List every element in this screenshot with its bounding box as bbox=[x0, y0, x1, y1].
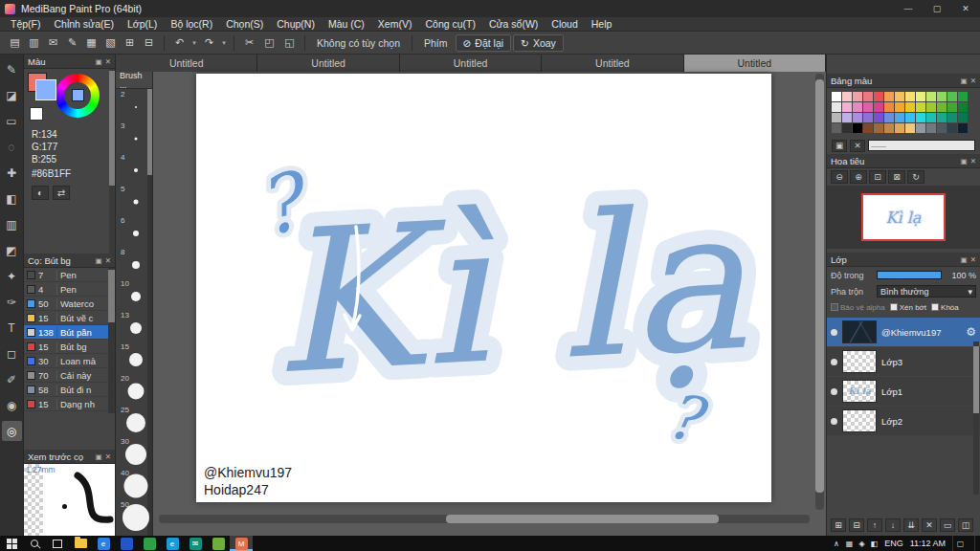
brush-size-item[interactable]: 15 bbox=[116, 342, 152, 373]
undo-icon[interactable]: ↶ bbox=[170, 34, 189, 52]
opacity-slider[interactable] bbox=[877, 271, 942, 279]
layer-row[interactable]: Lớp2 bbox=[827, 407, 980, 435]
layer-row[interactable]: Lớp3 bbox=[827, 347, 980, 376]
palette-swatch[interactable] bbox=[832, 113, 841, 122]
menu-item[interactable]: Bộ lọc(R) bbox=[164, 18, 219, 30]
palette-swatch[interactable] bbox=[958, 102, 968, 112]
tool-button[interactable]: ✑ bbox=[2, 292, 22, 312]
rotate-button[interactable]: ↻ Xoay bbox=[513, 34, 564, 52]
gear-icon[interactable]: ⚙ bbox=[966, 325, 976, 339]
toolbar-icon[interactable]: ▦ bbox=[82, 34, 100, 52]
layer-action-button[interactable]: ✕ bbox=[922, 518, 937, 532]
brush-item[interactable]: 4 Pen bbox=[24, 282, 115, 297]
palette-swatch[interactable] bbox=[958, 123, 968, 133]
panel-float-icon[interactable]: ▣ bbox=[96, 256, 102, 265]
file-explorer-button[interactable] bbox=[69, 536, 92, 551]
palette-swatch[interactable] bbox=[842, 113, 852, 122]
close-button[interactable]: ✕ bbox=[951, 0, 980, 17]
brush-size-item[interactable]: 40 bbox=[116, 468, 152, 499]
menu-item[interactable]: Tệp(F) bbox=[4, 18, 48, 30]
document-tab-active[interactable]: Untitled bbox=[684, 55, 826, 72]
palette-swatch[interactable] bbox=[895, 123, 904, 133]
palette-swatch[interactable] bbox=[874, 102, 883, 112]
brush-size-item[interactable]: 2 bbox=[116, 89, 152, 121]
palette-swatch[interactable] bbox=[884, 102, 894, 112]
blend-mode-select[interactable]: Bình thường ▾ bbox=[877, 285, 976, 298]
copy-icon[interactable]: ◰ bbox=[260, 34, 278, 52]
layer-action-button[interactable]: ⊟ bbox=[849, 518, 864, 532]
palette-swatch[interactable] bbox=[853, 102, 862, 112]
brush-item[interactable]: 7 Pen bbox=[24, 268, 115, 282]
palette-swatch[interactable] bbox=[937, 113, 947, 122]
palette-swatch[interactable] bbox=[874, 92, 883, 101]
tool-button[interactable]: ✎ bbox=[2, 59, 22, 79]
color-panel-scrollbar[interactable] bbox=[109, 69, 115, 253]
toolbar-icon[interactable]: ▥ bbox=[25, 34, 43, 52]
document-tab[interactable]: Untitled bbox=[257, 55, 399, 72]
palette-swatch[interactable] bbox=[937, 92, 947, 101]
toolbar-icon[interactable]: ▧ bbox=[101, 34, 120, 52]
menu-item[interactable]: Chụp(N) bbox=[270, 18, 322, 30]
brush-size-item[interactable]: 13 bbox=[116, 310, 152, 342]
undo-caret-icon[interactable]: ▾ bbox=[190, 39, 198, 47]
transparent-color-swatch[interactable] bbox=[30, 107, 43, 121]
palette-swatch[interactable] bbox=[874, 123, 883, 133]
menu-item[interactable]: Lớp(L) bbox=[121, 18, 164, 30]
palette-swatch[interactable] bbox=[937, 123, 947, 133]
redo-caret-icon[interactable]: ▾ bbox=[220, 39, 228, 47]
palette-swatch[interactable] bbox=[884, 113, 894, 122]
panel-close-icon[interactable]: ✕ bbox=[970, 77, 976, 85]
brush-item[interactable]: 15 Dạng nh bbox=[24, 397, 115, 411]
palette-swatch[interactable] bbox=[905, 92, 915, 101]
document-tab[interactable]: Untitled bbox=[542, 55, 683, 72]
toolbar-icon[interactable]: ⊟ bbox=[140, 34, 158, 52]
taskbar-app-button[interactable]: M bbox=[230, 536, 253, 551]
brush-item[interactable]: 50 Waterco bbox=[24, 297, 115, 311]
toolbar-icon[interactable]: ✉ bbox=[44, 34, 62, 52]
palette-swatch[interactable] bbox=[926, 113, 936, 122]
tool-button[interactable]: ◩ bbox=[2, 240, 22, 260]
palette-swatch[interactable] bbox=[863, 92, 873, 101]
palette-swatch[interactable] bbox=[947, 123, 957, 133]
brush-size-item[interactable]: 5 bbox=[116, 184, 152, 215]
menu-item[interactable]: Công cụ(T) bbox=[418, 18, 482, 30]
brush-item[interactable]: 70 Cải này bbox=[24, 368, 115, 383]
palette-swatch[interactable] bbox=[863, 123, 873, 133]
layer-action-button[interactable]: ⊞ bbox=[831, 518, 846, 532]
brush-list-scrollbar[interactable] bbox=[108, 268, 115, 413]
layer-action-button[interactable]: ▭ bbox=[940, 518, 955, 532]
visibility-icon[interactable] bbox=[831, 388, 837, 395]
tray-icon[interactable]: ◧ bbox=[871, 540, 879, 548]
taskbar-app-button[interactable] bbox=[138, 536, 161, 551]
redo-icon[interactable]: ↷ bbox=[200, 34, 218, 52]
tool-button[interactable]: ◌ bbox=[2, 137, 22, 157]
visibility-icon[interactable] bbox=[831, 329, 837, 336]
palette-swatch[interactable] bbox=[832, 123, 841, 133]
visibility-icon[interactable] bbox=[831, 359, 837, 365]
palette-swatch[interactable] bbox=[842, 102, 852, 112]
panel-float-icon[interactable]: ▣ bbox=[961, 77, 968, 85]
palette-swatch[interactable] bbox=[916, 102, 925, 112]
palette-swatch[interactable] bbox=[884, 123, 894, 133]
menu-item[interactable]: Help bbox=[585, 18, 619, 30]
palette-swatch[interactable] bbox=[832, 92, 841, 101]
palette-swatch[interactable] bbox=[905, 102, 915, 112]
document-tab[interactable]: Untitled bbox=[116, 55, 257, 72]
brush-size-item[interactable]: 20 bbox=[116, 373, 152, 405]
tool-button[interactable]: ◪ bbox=[2, 85, 22, 105]
task-view-button[interactable] bbox=[46, 536, 69, 551]
palette-swatch[interactable] bbox=[863, 113, 873, 122]
sample-color-button[interactable]: ◐ bbox=[32, 186, 49, 200]
layer-row[interactable]: @Khiemvu197 ⚙ bbox=[827, 318, 980, 346]
layer-action-button[interactable]: ↑ bbox=[867, 518, 882, 532]
brush-item[interactable]: 138 Bút pần bbox=[24, 325, 115, 340]
minimize-button[interactable]: — bbox=[894, 0, 923, 17]
panel-float-icon[interactable]: ▣ bbox=[961, 157, 968, 165]
notification-center-icon[interactable]: ▢ bbox=[952, 536, 968, 551]
canvas-horizontal-scrollbar[interactable] bbox=[159, 515, 810, 523]
clipping-checkbox[interactable]: Xén bớt bbox=[890, 303, 926, 312]
tool-button[interactable]: ◧ bbox=[2, 188, 22, 209]
document-tab[interactable]: Untitled bbox=[400, 55, 542, 72]
maximize-button[interactable]: ▢ bbox=[923, 0, 951, 17]
tool-button[interactable]: ◻ bbox=[2, 343, 22, 364]
